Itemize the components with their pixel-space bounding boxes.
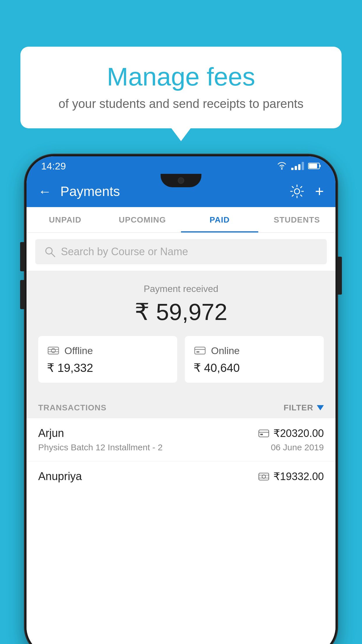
svg-rect-13 [196,351,199,353]
card-icon [194,344,206,357]
search-placeholder: Search by Course or Name [61,246,188,258]
transaction-date: 06 June 2019 [271,442,324,452]
wifi-icon [277,162,287,170]
tabs: UNPAID UPCOMING PAID STUDENTS [27,207,335,233]
notch [161,174,201,187]
svg-rect-16 [260,434,263,435]
payment-received-label: Payment received [38,284,324,294]
transaction-amount: ₹20320.00 [273,427,324,440]
filter-label: FILTER [284,403,313,412]
course-detail: Physics Batch 12 Installment - 2 [38,442,163,452]
plus-button[interactable]: + [315,184,324,199]
payment-cards: Offline ₹ 19,332 Online ₹ 40,640 [38,336,324,383]
transaction-amount-row-2: ₹19332.00 [258,470,324,483]
offline-card-top: Offline [47,344,168,357]
transaction-amount-2: ₹19332.00 [273,470,324,483]
svg-rect-3 [309,164,317,168]
status-icons [277,162,321,170]
filter-button[interactable]: FILTER [284,403,324,412]
search-container: Search by Course or Name [27,233,335,271]
status-bar: 14:29 [27,156,335,176]
back-button[interactable]: ← [38,183,52,199]
camera-dot [178,177,184,184]
signal-icon [291,162,304,170]
bubble-subtitle: of your students and send receipts to pa… [41,97,321,111]
offline-amount: ₹ 19,332 [47,361,168,374]
offline-card: Offline ₹ 19,332 [38,336,177,383]
filter-icon [317,405,324,410]
svg-rect-7 [48,347,59,354]
gear-icon[interactable] [289,184,305,199]
online-card-top: Online [194,344,315,357]
online-card: Online ₹ 40,640 [185,336,324,383]
transaction-row-top-2: Anupriya ₹19332.00 [38,470,324,483]
speech-bubble-container: Manage fees of your students and send re… [20,47,342,128]
svg-rect-11 [195,347,205,354]
svg-line-6 [51,253,55,257]
transaction-row-bottom: Physics Batch 12 Installment - 2 06 June… [38,442,324,452]
header-icons: + [289,184,324,199]
tab-paid[interactable]: PAID [181,207,258,232]
payment-total-amount: ₹ 59,972 [38,298,324,326]
cash-payment-icon [258,471,269,482]
transactions-list: Arjun ₹20320.00 Physics Batch 12 Install… [27,418,335,644]
bubble-title: Manage fees [41,63,321,91]
status-time: 14:29 [41,160,66,172]
transaction-item-partial[interactable]: Anupriya ₹19332.00 [27,461,335,483]
speech-bubble: Manage fees of your students and send re… [20,47,342,128]
tab-upcoming[interactable]: UPCOMING [104,207,181,232]
cash-icon [47,344,60,357]
transaction-row-top: Arjun ₹20320.00 [38,427,324,440]
transactions-label: TRANSACTIONS [38,403,106,412]
student-name-2: Anupriya [38,470,82,483]
tab-unpaid[interactable]: UNPAID [27,207,104,232]
student-name: Arjun [38,427,64,440]
svg-point-0 [281,168,283,170]
search-icon [44,246,56,258]
card-payment-icon [258,428,269,439]
phone-screen: 14:29 [27,156,335,644]
battery-icon [308,162,321,170]
offline-label: Offline [64,345,93,356]
transactions-header: TRANSACTIONS FILTER [27,396,335,418]
transaction-amount-row: ₹20320.00 [258,427,324,440]
search-bar[interactable]: Search by Course or Name [35,239,327,264]
online-amount: ₹ 40,640 [194,361,315,374]
svg-point-18 [262,475,266,478]
svg-rect-14 [259,430,269,437]
payment-summary: Payment received ₹ 59,972 Offline ₹ 19, [27,271,335,396]
phone-frame: 14:29 [25,155,337,644]
tab-students[interactable]: STUDENTS [258,207,335,232]
svg-point-4 [294,189,300,194]
online-label: Online [211,345,240,356]
svg-rect-17 [259,473,269,480]
transaction-item[interactable]: Arjun ₹20320.00 Physics Batch 12 Install… [27,418,335,461]
svg-rect-2 [319,165,321,167]
